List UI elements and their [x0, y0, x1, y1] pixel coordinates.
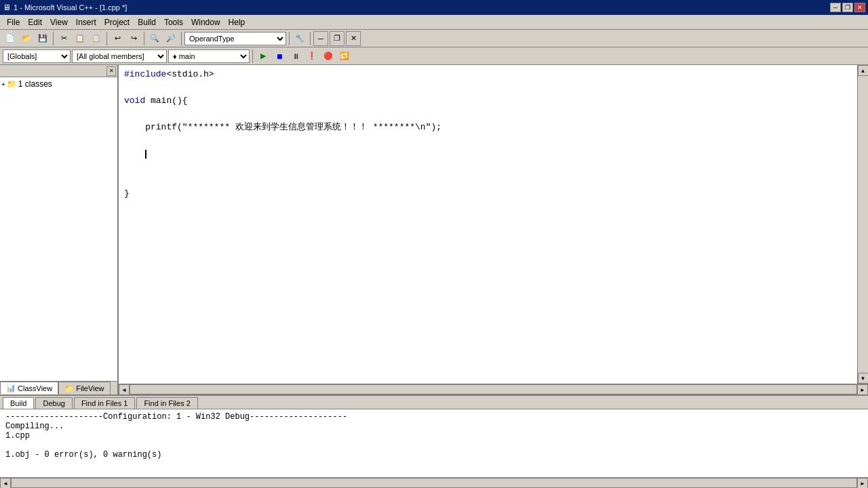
error-button[interactable]: ❗ — [304, 49, 319, 64]
output-line-5: 1.obj - 0 error(s), 0 warning(s) — [5, 450, 863, 460]
search-button[interactable]: 🔍 — [147, 31, 162, 46]
undo-button[interactable]: ↩ — [110, 31, 125, 46]
title-text: 1 - Microsoft Visual C++ - [1.cpp *] — [14, 3, 127, 12]
output-line-2: Compiling... — [5, 422, 863, 431]
left-tabs: 📊 ClassView 📁 FileView — [0, 381, 117, 394]
separator3 — [144, 32, 144, 45]
output-line-1: --------------------Configuration: 1 - W… — [5, 412, 863, 422]
inner-close-button[interactable]: ✕ — [346, 31, 361, 46]
output-scrollbar[interactable]: ◄ ► — [0, 477, 868, 488]
debug-tab-label: Debug — [43, 399, 64, 407]
menu-window[interactable]: Window — [187, 16, 224, 28]
restore-button[interactable]: ❐ — [842, 3, 853, 12]
code-line-6 — [124, 134, 852, 148]
editor-area: #include<stdio.h> void main(){ printf("*… — [119, 65, 868, 394]
build-tab-label: Build — [10, 399, 26, 407]
menu-file[interactable]: File — [3, 16, 24, 28]
separator6 — [310, 32, 311, 45]
find1-tab-label: Find in Files 1 — [81, 399, 127, 407]
find2-tab-label: Find in Files 2 — [144, 399, 190, 407]
members-dropdown[interactable]: [All global members] — [72, 49, 167, 63]
vertical-scrollbar[interactable]: ▲ ▼ — [857, 65, 868, 384]
toolbar2: [Globals] [All global members] ♦ main ▶ … — [0, 47, 868, 65]
paste-button[interactable]: 📋 — [89, 31, 104, 46]
classview-label: ClassView — [18, 384, 52, 392]
expand-icon: + — [1, 81, 5, 88]
stop-button[interactable]: ⏹ — [272, 49, 287, 64]
separator1 — [53, 32, 54, 45]
menu-help[interactable]: Help — [224, 16, 250, 28]
tree-root-item[interactable]: + 📁 1 classes — [1, 79, 116, 89]
separator-tb2 — [252, 49, 253, 63]
app-icon: 🖥 — [3, 3, 11, 12]
wizard-button[interactable]: 🔧 — [292, 31, 307, 46]
breakpoint-button[interactable]: 🔴 — [321, 49, 336, 64]
inner-restore-button[interactable]: ❐ — [330, 31, 344, 46]
restart-button[interactable]: 🔁 — [337, 49, 352, 64]
left-panel: ✕ + 📁 1 classes 📊 ClassView 📁 FileView — [0, 65, 119, 394]
scroll-right-button[interactable]: ► — [857, 384, 868, 395]
menu-insert[interactable]: Insert — [72, 16, 100, 28]
code-line-4 — [124, 108, 852, 121]
minimize-button[interactable]: ─ — [830, 3, 841, 12]
output-line-3: 1.cpp — [5, 431, 863, 441]
menu-project[interactable]: Project — [100, 16, 134, 28]
code-line-2 — [124, 81, 852, 95]
folder-icon: 📁 — [7, 79, 17, 89]
output-scroll-track[interactable] — [11, 478, 857, 488]
output-line-4 — [5, 441, 863, 450]
code-line-9 — [124, 174, 852, 187]
code-line-8 — [124, 161, 852, 174]
main-area: ✕ + 📁 1 classes 📊 ClassView 📁 FileView #… — [0, 65, 868, 394]
code-line-1: #include<stdio.h> — [124, 68, 852, 81]
find-files1-tab[interactable]: Find in Files 1 — [74, 397, 135, 409]
class-tree: + 📁 1 classes — [0, 77, 117, 381]
title-bar: 🖥 1 - Microsoft Visual C++ - [1.cpp *] ─… — [0, 0, 868, 15]
redo-button[interactable]: ↪ — [126, 31, 141, 46]
code-editor[interactable]: #include<stdio.h> void main(){ printf("*… — [119, 65, 857, 384]
separator4 — [181, 32, 182, 45]
fileview-icon: 📁 — [64, 384, 74, 393]
close-button[interactable]: ✕ — [854, 3, 865, 12]
code-line-7[interactable] — [124, 147, 852, 161]
fileview-tab[interactable]: 📁 FileView — [58, 382, 110, 394]
inner-min-button[interactable]: ─ — [313, 31, 328, 46]
menu-edit[interactable]: Edit — [24, 16, 46, 28]
menu-view[interactable]: View — [46, 16, 72, 28]
output-scroll-right[interactable]: ► — [857, 478, 868, 488]
tree-label: 1 classes — [18, 79, 52, 89]
title-bar-buttons: ─ ❐ ✕ — [830, 3, 865, 12]
operandtype-dropdown[interactable]: OperandType — [184, 32, 286, 45]
pause-button[interactable]: ⏸ — [288, 49, 303, 64]
new-file-button[interactable]: 📄 — [3, 31, 18, 46]
cut-button[interactable]: ✂ — [56, 31, 71, 46]
menu-build[interactable]: Build — [134, 16, 160, 28]
classview-tab[interactable]: 📊 ClassView — [0, 382, 58, 394]
output-scroll-left[interactable]: ◄ — [0, 478, 11, 488]
find-files2-tab[interactable]: Find in Files 2 — [136, 397, 197, 409]
code-line-3: void main(){ — [124, 94, 852, 108]
menu-tools[interactable]: Tools — [160, 16, 187, 28]
scroll-up-button[interactable]: ▲ — [858, 65, 869, 76]
code-line-5: printf("******** 欢迎来到学生信息管理系统！！！ *******… — [124, 121, 852, 134]
separator5 — [289, 32, 290, 45]
scroll-left-button[interactable]: ◄ — [119, 384, 130, 395]
horizontal-scrollbar[interactable]: ◄ ► — [119, 384, 868, 394]
copy-button[interactable]: 📋 — [73, 31, 87, 46]
globals-dropdown[interactable]: [Globals] — [3, 49, 71, 63]
left-panel-close[interactable]: ✕ — [106, 66, 116, 76]
build-tab[interactable]: Build — [3, 397, 34, 409]
output-content: --------------------Configuration: 1 - W… — [0, 409, 868, 477]
code-line-10: } — [124, 187, 852, 201]
run-button[interactable]: ▶ — [256, 49, 271, 64]
output-tabs: Build Debug Find in Files 1 Find in File… — [0, 396, 868, 409]
main-dropdown[interactable]: ♦ main — [168, 49, 250, 63]
debug-tab[interactable]: Debug — [35, 397, 72, 409]
hscroll-track[interactable] — [130, 384, 857, 394]
toolbar1: 📄 📂 💾 ✂ 📋 📋 ↩ ↪ 🔍 🔎 OperandType 🔧 ─ ❐ ✕ — [0, 30, 868, 47]
open-button[interactable]: 📂 — [19, 31, 34, 46]
scroll-down-button[interactable]: ▼ — [858, 373, 869, 384]
find-button[interactable]: 🔎 — [163, 31, 178, 46]
save-button[interactable]: 💾 — [35, 31, 50, 46]
scroll-track[interactable] — [858, 76, 869, 373]
